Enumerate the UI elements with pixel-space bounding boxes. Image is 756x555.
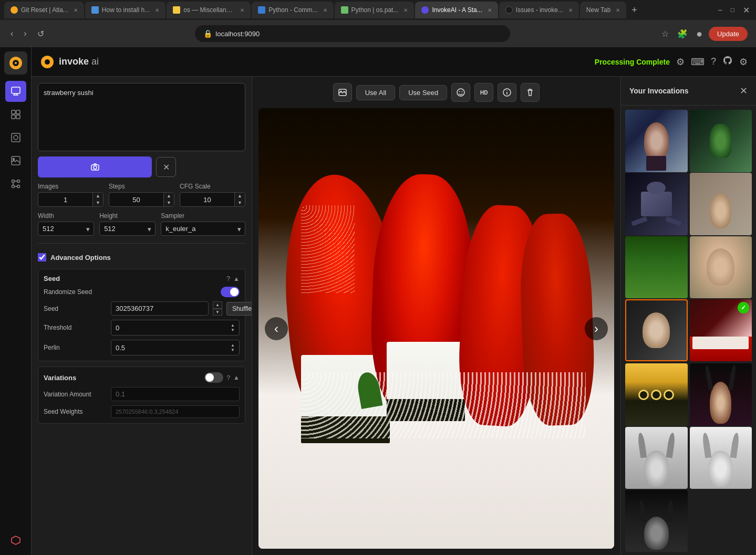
perlin-label: Perlin (44, 344, 107, 351)
variations-knob (205, 373, 214, 382)
steps-down[interactable]: ▼ (164, 200, 174, 206)
invocation-thumb-3[interactable] (625, 173, 688, 235)
height-select[interactable]: 512 256 640 768 (99, 222, 156, 236)
new-tab-button[interactable]: + (627, 5, 641, 16)
invocation-thumb-8[interactable]: ✓ (690, 299, 752, 362)
randomize-seed-toggle[interactable] (221, 287, 240, 297)
svg-point-27 (462, 91, 463, 92)
profile-btn[interactable]: ● (694, 26, 705, 42)
seed-expand-icon[interactable]: ▲ (233, 275, 240, 282)
threshold-up[interactable]: ▲ (231, 323, 235, 328)
tab-os-misc[interactable]: os — Miscellane... ✕ (167, 2, 251, 18)
toolbar-info-btn[interactable] (498, 83, 516, 102)
header-settings2-btn[interactable]: ⚙ (739, 56, 748, 68)
sidebar-txt2img-btn[interactable] (5, 81, 26, 102)
invocation-thumb-4[interactable] (690, 173, 752, 235)
forward-button[interactable]: › (22, 27, 28, 40)
cfg-label: CFG Scale (180, 183, 245, 190)
next-image-button[interactable]: › (585, 317, 608, 340)
cancel-button[interactable]: ✕ (156, 157, 176, 177)
sidebar-settings-btn[interactable] (5, 530, 26, 551)
tab-git-reset[interactable]: Git Reset | Atla... ✕ (4, 2, 84, 18)
header-actions: Processing Complete ⚙ ⌨ ? ⚙ (595, 55, 748, 68)
seed-weights-row: Seed Weights 2570255846:0.3,254824 (44, 405, 240, 418)
header-github-btn[interactable] (722, 55, 733, 68)
variations-expand-icon[interactable]: ▲ (233, 374, 240, 381)
invocation-thumb-2[interactable] (690, 110, 752, 172)
invocation-thumb-7[interactable] (625, 299, 688, 362)
cfg-down[interactable]: ▼ (235, 200, 245, 206)
invocation-thumb-9[interactable] (625, 363, 688, 426)
images-spinbox[interactable]: 1 ▲ ▼ (38, 192, 103, 207)
svg-rect-5 (16, 110, 20, 114)
seed-label: Seed (44, 305, 107, 312)
seed-input[interactable] (111, 301, 209, 316)
header-help-btn[interactable]: ? (711, 56, 716, 67)
update-button[interactable]: Update (709, 27, 748, 41)
address-bar: ‹ › ↺ 🔒 localhost:9090 ☆ 🧩 ● Update (0, 20, 756, 47)
invocation-thumb-1[interactable] (625, 110, 688, 172)
toolbar-image-btn[interactable] (333, 83, 352, 102)
invocations-close-button[interactable]: ✕ (740, 85, 748, 97)
header-keyboard-btn[interactable]: ⌨ (691, 56, 705, 68)
invocation-thumb-12[interactable] (690, 427, 752, 489)
perlin-down[interactable]: ▼ (231, 348, 235, 352)
sidebar-gallery-btn[interactable] (5, 150, 26, 171)
sidebar-inpaint-btn[interactable] (5, 127, 26, 148)
use-all-button[interactable]: Use All (356, 85, 395, 100)
toolbar-hd-btn[interactable]: HD (474, 83, 493, 102)
perlin-up[interactable]: ▲ (231, 343, 235, 348)
toolbar-delete-btn[interactable] (521, 83, 540, 102)
tab-python-ospath[interactable]: Python | os.pat... ✕ (335, 2, 415, 18)
app-header: invoke ai Processing Complete ⚙ ⌨ ? ⚙ (32, 47, 756, 77)
threshold-label: Threshold (44, 324, 107, 331)
reload-button[interactable]: ↺ (35, 27, 46, 41)
width-select[interactable]: 512 256 640 768 (38, 222, 94, 236)
sidebar-img2img-btn[interactable] (5, 104, 26, 125)
invocation-thumb-13[interactable] (625, 490, 688, 552)
steps-spinbox[interactable]: 50 ▲ ▼ (109, 192, 174, 207)
url-bar[interactable]: 🔒 localhost:9090 (195, 25, 510, 42)
invocation-thumb-10[interactable] (690, 363, 752, 426)
tab-how-to-install[interactable]: How to install h... ✕ (85, 2, 165, 18)
invocation-thumb-5[interactable] (625, 236, 688, 299)
cfg-spinbox[interactable]: 10 ▲ ▼ (180, 192, 245, 207)
prompt-textarea[interactable]: strawberry sushi (38, 83, 245, 151)
advanced-options-checkbox[interactable] (38, 253, 46, 261)
header-gear-btn[interactable]: ⚙ (676, 56, 685, 68)
steps-up[interactable]: ▲ (164, 193, 174, 200)
images-group: Images 1 ▲ ▼ (38, 183, 103, 207)
tab-issues[interactable]: Issues - invoke... ✕ (499, 2, 579, 18)
invocation-thumb-6[interactable] (690, 236, 752, 299)
seed-help-icon[interactable]: ? (226, 275, 230, 282)
toolbar-face-btn[interactable] (451, 83, 470, 102)
browser-close[interactable]: ✕ (741, 3, 752, 17)
images-up[interactable]: ▲ (93, 193, 103, 200)
seed-input-row: Seed ▲ ▼ Shuffle (44, 301, 240, 316)
invocation-thumb-11[interactable] (625, 427, 688, 489)
back-button[interactable]: ‹ (8, 27, 15, 40)
shuffle-button[interactable]: Shuffle (226, 302, 252, 316)
center-area: Use All Use Seed HD (252, 77, 620, 555)
cfg-up[interactable]: ▲ (235, 193, 245, 200)
images-down[interactable]: ▼ (93, 200, 103, 206)
sampler-select[interactable]: k_euler_a k_euler k_lms k_dpm_2 ddim (161, 222, 245, 236)
sidebar-nodes-btn[interactable] (5, 173, 26, 194)
generate-button[interactable] (38, 156, 152, 177)
variations-help-icon[interactable]: ? (226, 374, 230, 382)
browser-minimize[interactable]: − (716, 4, 724, 16)
tab-invokeai[interactable]: InvokeAI - A Sta... ✕ (415, 2, 498, 18)
use-seed-button[interactable]: Use Seed (399, 85, 447, 100)
extensions-btn[interactable]: 🧩 (675, 27, 690, 41)
browser-maximize[interactable]: □ (729, 4, 737, 16)
brand-text: invoke ai (59, 56, 99, 67)
tab-python-comm[interactable]: Python - Comm... ✕ (252, 2, 333, 18)
svg-point-15 (17, 185, 19, 188)
seed-down[interactable]: ▼ (213, 309, 222, 316)
prev-image-button[interactable]: ‹ (265, 317, 288, 340)
variations-toggle[interactable] (204, 372, 223, 383)
bookmark-btn[interactable]: ☆ (659, 27, 671, 41)
tab-new[interactable]: New Tab ✕ (580, 2, 626, 18)
threshold-down[interactable]: ▼ (231, 328, 235, 332)
seed-up[interactable]: ▲ (213, 301, 222, 309)
